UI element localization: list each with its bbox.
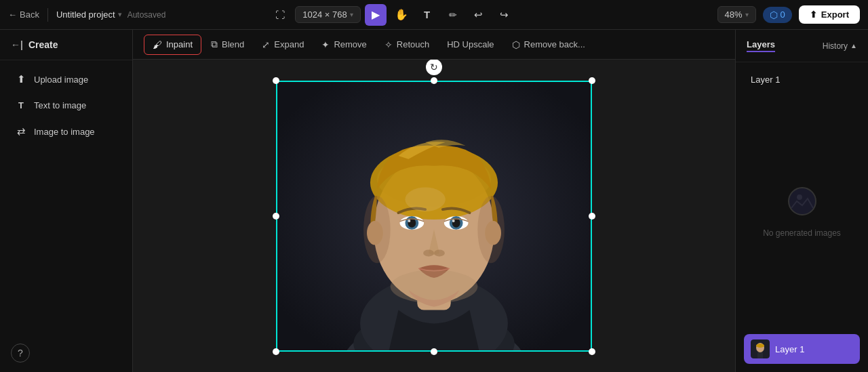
image-to-image-label: Image to image (34, 127, 95, 137)
chevron-down-icon: ▾ (745, 11, 749, 18)
chevron-down-icon: ▾ (118, 10, 122, 19)
project-title-area[interactable]: Untitled project ▾ Autosaved (56, 9, 165, 20)
remove-icon: ✦ (321, 39, 330, 50)
sidebar-item-text-to-image[interactable]: T Text to image (7, 94, 125, 117)
handle-bottom-right[interactable] (589, 348, 595, 355)
remove-back-icon: ⬡ (512, 39, 520, 50)
redo-button[interactable]: ↪ (494, 4, 515, 26)
retouch-icon: ✧ (384, 39, 393, 50)
canvas-image (276, 81, 592, 352)
sidebar-create-label: Create (28, 39, 58, 50)
blend-icon: ⧉ (211, 39, 218, 50)
blend-label: Blend (222, 39, 244, 49)
hd-upscale-label: HD Upscale (447, 39, 494, 49)
svg-point-29 (756, 344, 764, 348)
help-button[interactable]: ? (11, 344, 30, 363)
image-to-image-icon: ⇄ (15, 125, 27, 138)
topbar: ← Back Untitled project ▾ Autosaved ⛶ 10… (0, 0, 868, 30)
layer-item-selected[interactable]: Layer 1 (744, 334, 860, 364)
svg-point-17 (423, 249, 434, 256)
history-toggle[interactable]: History ▲ (823, 41, 857, 51)
remove-button[interactable]: ✦ Remove (313, 35, 374, 54)
project-title: Untitled project (56, 9, 115, 20)
inpaint-label: Inpaint (166, 39, 193, 49)
portrait-svg (277, 82, 591, 350)
blend-button[interactable]: ⧉ Blend (203, 35, 252, 54)
svg-rect-30 (757, 352, 763, 358)
dimensions-value: 1024 × 768 (302, 9, 347, 20)
zoom-value: 48% (725, 9, 743, 20)
hand-tool-button[interactable]: ✋ (391, 4, 412, 26)
back-button[interactable]: ← Back (8, 9, 39, 20)
retouch-button[interactable]: ✧ Retouch (376, 35, 437, 54)
svg-point-22 (363, 196, 391, 263)
topbar-center: ⛶ 1024 × 768 ▾ ▶ ✋ T ✏ ↩ ↪ (269, 4, 515, 26)
svg-point-18 (434, 249, 445, 256)
export-button[interactable]: ⬆ Export (799, 5, 860, 24)
resize-icon[interactable]: ⛶ (269, 4, 291, 26)
text-image-icon: T (15, 100, 27, 110)
export-icon: ⬆ (810, 9, 817, 20)
layer-1-label: Layer 1 (744, 70, 860, 89)
canvas-content[interactable]: ↻ (133, 60, 735, 372)
handle-top-center[interactable] (431, 77, 437, 84)
selected-layer-label: Layer 1 (775, 344, 804, 354)
svg-point-23 (477, 196, 505, 263)
back-arrow-icon: ← (8, 9, 17, 20)
handle-mid-right[interactable] (589, 213, 595, 220)
svg-point-24 (405, 187, 445, 211)
expand-icon: ⤢ (262, 39, 270, 50)
right-panel: Layers History ▲ Layer 1 No generated im… (735, 30, 868, 372)
credits-value: 0 (781, 9, 785, 20)
panel-content: Layer 1 No generated images (736, 62, 868, 372)
rotate-handle[interactable]: ↻ (426, 60, 442, 75)
right-panel-header: Layers History ▲ (736, 30, 868, 62)
handle-top-left[interactable] (273, 77, 279, 84)
dimensions-control[interactable]: 1024 × 768 ▾ (295, 6, 360, 23)
layer-thumbnail (751, 339, 770, 358)
canvas-area: 🖌 Inpaint ⧉ Blend ⤢ Expand ✦ Remove ✧ Re… (133, 30, 735, 372)
svg-point-26 (797, 194, 802, 200)
chevron-down-icon: ▾ (350, 11, 353, 18)
history-label: History (823, 41, 848, 51)
retouch-label: Retouch (397, 39, 429, 49)
editing-toolbar: 🖌 Inpaint ⧉ Blend ⤢ Expand ✦ Remove ✧ Re… (133, 30, 735, 60)
back-label: Back (20, 9, 39, 20)
tab-layers[interactable]: Layers (747, 39, 775, 52)
pen-tool-button[interactable]: ✏ (442, 4, 464, 26)
svg-point-16 (452, 219, 455, 222)
export-label: Export (821, 9, 849, 20)
svg-point-19 (391, 270, 478, 304)
undo-button[interactable]: ↩ (468, 4, 490, 26)
upload-icon: ⬆ (15, 73, 27, 85)
svg-point-12 (408, 219, 410, 222)
topbar-right: 48% ▾ ⬡ 0 ⬆ Export (717, 5, 860, 24)
credits-badge: ⬡ 0 (763, 7, 792, 23)
sidebar-bottom: ? (0, 334, 132, 372)
help-label: ? (18, 348, 23, 358)
expand-button[interactable]: ⤢ Expand (254, 35, 312, 54)
inpaint-icon: 🖌 (153, 39, 162, 50)
text-to-image-label: Text to image (34, 100, 86, 110)
sidebar-item-upload-image[interactable]: ⬆ Upload image (7, 67, 125, 91)
no-images-icon (786, 185, 818, 223)
handle-bottom-left[interactable] (273, 348, 279, 355)
remove-back-button[interactable]: ⬡ Remove back... (504, 35, 593, 54)
handle-top-right[interactable] (589, 77, 595, 84)
expand-label: Expand (274, 39, 304, 49)
no-images-area: No generated images (744, 94, 860, 329)
main-area: ←| Create ⬆ Upload image T Text to image… (0, 30, 868, 372)
sidebar-header: ←| Create (0, 30, 132, 60)
sidebar-item-image-to-image[interactable]: ⇄ Image to image (7, 119, 125, 144)
text-tool-button[interactable]: T (416, 4, 438, 26)
hd-upscale-button[interactable]: HD Upscale (439, 35, 502, 54)
chevron-up-icon: ▲ (850, 42, 857, 49)
handle-mid-left[interactable] (273, 213, 279, 220)
remove-label: Remove (334, 39, 366, 49)
handle-bottom-center[interactable] (431, 348, 437, 355)
zoom-control[interactable]: 48% ▾ (717, 6, 756, 23)
canvas-frame[interactable]: ↻ (276, 81, 592, 352)
inpaint-button[interactable]: 🖌 Inpaint (144, 35, 201, 55)
select-tool-button[interactable]: ▶ (365, 4, 387, 26)
panel-tabs: Layers (747, 39, 775, 52)
